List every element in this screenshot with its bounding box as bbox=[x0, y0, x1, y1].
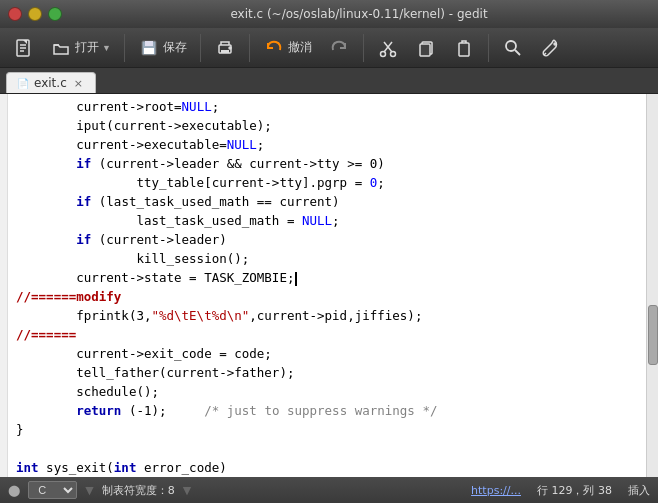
code-line: fprintk(3,"%d\tE\t%d\n",current->pid,jif… bbox=[16, 307, 638, 326]
print-button[interactable] bbox=[208, 34, 242, 62]
toolbar-sep-4 bbox=[363, 34, 364, 62]
toolbar-sep-1 bbox=[124, 34, 125, 62]
svg-rect-17 bbox=[459, 43, 469, 56]
toolbar-sep-5 bbox=[488, 34, 489, 62]
redo-button[interactable] bbox=[322, 34, 356, 62]
code-line: current->exit_code = code; bbox=[16, 345, 638, 364]
tabbar: 📄 exit.c × bbox=[0, 68, 658, 94]
svg-marker-4 bbox=[23, 40, 27, 44]
code-line: current->root=NULL; bbox=[16, 98, 638, 117]
language-selector[interactable]: C bbox=[28, 481, 77, 499]
redo-icon bbox=[328, 37, 350, 59]
save-label: 保存 bbox=[163, 39, 187, 56]
code-line: tell_father(current->father); bbox=[16, 364, 638, 383]
save-button[interactable]: 保存 bbox=[132, 34, 193, 62]
undo-button[interactable]: 撤消 bbox=[257, 34, 318, 62]
new-icon bbox=[12, 37, 34, 59]
tab-filename: exit.c bbox=[34, 76, 67, 90]
svg-point-14 bbox=[390, 51, 395, 56]
code-line bbox=[16, 440, 638, 459]
code-line: int sys_exit(int error_code) bbox=[16, 459, 638, 477]
svg-point-20 bbox=[554, 43, 556, 45]
undo-icon bbox=[263, 37, 285, 59]
tab-close-button[interactable]: × bbox=[72, 77, 85, 90]
status-url[interactable]: https://... bbox=[471, 484, 521, 497]
scrollbar[interactable] bbox=[646, 94, 658, 477]
svg-rect-7 bbox=[144, 48, 154, 54]
code-line: kill_session(); bbox=[16, 250, 638, 269]
svg-point-10 bbox=[229, 47, 231, 49]
print-icon bbox=[214, 37, 236, 59]
minimize-button[interactable] bbox=[28, 7, 42, 21]
code-line: last_task_used_math = NULL; bbox=[16, 212, 638, 231]
svg-rect-16 bbox=[420, 44, 430, 56]
code-line: current->executable=NULL; bbox=[16, 136, 638, 155]
svg-point-18 bbox=[506, 41, 516, 51]
status-sep-2: ▼ bbox=[183, 484, 191, 497]
open-dropdown-arrow: ▼ bbox=[102, 43, 111, 53]
search-icon bbox=[502, 37, 524, 59]
new-button[interactable] bbox=[6, 34, 40, 62]
copy-icon bbox=[415, 37, 437, 59]
tools-button[interactable] bbox=[534, 34, 568, 62]
code-line: return (-1); /* just to suppress warning… bbox=[16, 402, 638, 421]
code-area[interactable]: current->root=NULL; iput(current->execut… bbox=[8, 94, 646, 477]
code-line: if (current->leader && current->tty >= 0… bbox=[16, 155, 638, 174]
toolbar-sep-2 bbox=[200, 34, 201, 62]
close-button[interactable] bbox=[8, 7, 22, 21]
tab-width-label: 制表符宽度：8 bbox=[102, 483, 175, 498]
tab-exit-c[interactable]: 📄 exit.c × bbox=[6, 72, 96, 93]
maximize-button[interactable] bbox=[48, 7, 62, 21]
cut-button[interactable] bbox=[371, 34, 405, 62]
code-line: //====== bbox=[16, 326, 638, 345]
code-line: current->state = TASK_ZOMBIE; bbox=[16, 269, 638, 288]
toolbar-sep-3 bbox=[249, 34, 250, 62]
code-line: if (current->leader) bbox=[16, 231, 638, 250]
code-line: //======modify bbox=[16, 288, 638, 307]
insert-mode: 插入 bbox=[628, 483, 650, 498]
status-sep-1: ▼ bbox=[85, 484, 93, 497]
paste-button[interactable] bbox=[447, 34, 481, 62]
svg-rect-6 bbox=[145, 41, 153, 46]
tools-icon bbox=[540, 37, 562, 59]
svg-rect-9 bbox=[221, 50, 229, 53]
code-line: if (last_task_used_math == current) bbox=[16, 193, 638, 212]
code-line: iput(current->executable); bbox=[16, 117, 638, 136]
cut-icon bbox=[377, 37, 399, 59]
save-icon bbox=[138, 37, 160, 59]
open-button[interactable]: 打开 ▼ bbox=[44, 34, 117, 62]
open-icon bbox=[50, 37, 72, 59]
titlebar: exit.c (~/os/oslab/linux-0.11/kernel) - … bbox=[0, 0, 658, 28]
svg-point-13 bbox=[380, 51, 385, 56]
file-icon: 📄 bbox=[17, 78, 29, 89]
toolbar: 打开 ▼ 保存 bbox=[0, 28, 658, 68]
find-button[interactable] bbox=[496, 34, 530, 62]
code-line: tty_table[current->tty].pgrp = 0; bbox=[16, 174, 638, 193]
undo-label: 撤消 bbox=[288, 39, 312, 56]
copy-button[interactable] bbox=[409, 34, 443, 62]
scrollbar-thumb[interactable] bbox=[648, 305, 658, 365]
open-label: 打开 bbox=[75, 39, 99, 56]
window-title: exit.c (~/os/oslab/linux-0.11/kernel) - … bbox=[68, 7, 650, 21]
code-line: schedule(); bbox=[16, 383, 638, 402]
svg-line-19 bbox=[515, 50, 520, 55]
paste-icon bbox=[453, 37, 475, 59]
cursor-position: 行 129，列 38 bbox=[537, 483, 612, 498]
editor: current->root=NULL; iput(current->execut… bbox=[0, 94, 658, 477]
status-c-indicator: ⬤ bbox=[8, 484, 20, 497]
line-numbers bbox=[0, 94, 8, 477]
code-line: } bbox=[16, 421, 638, 440]
statusbar: ⬤ C ▼ 制表符宽度：8 ▼ https://... 行 129，列 38 插… bbox=[0, 477, 658, 503]
